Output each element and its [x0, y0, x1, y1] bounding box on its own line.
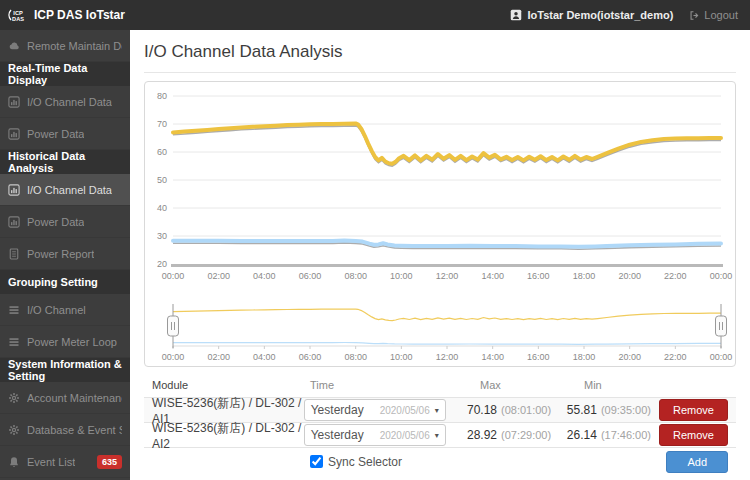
sync-selector-checkbox[interactable] — [310, 455, 323, 468]
caret-down-icon: ▾ — [435, 406, 439, 415]
sidebar-item-i-o-channel-data[interactable]: I/O Channel Data — [0, 86, 130, 118]
chart-panel: 2030405060708000:0002:0004:0006:0008:001… — [144, 81, 736, 367]
navigator-left-handle[interactable] — [168, 304, 179, 348]
logout-button[interactable]: Logout — [689, 9, 738, 21]
max-value: 28.92 — [467, 428, 497, 442]
y-axis-tick-label: 70 — [157, 119, 167, 129]
navigator-tick-label: 10:00 — [390, 352, 413, 362]
y-axis-tick-label: 40 — [157, 203, 167, 213]
table-footer-row: Sync Selector Add — [144, 447, 736, 475]
min-cell: 55.81(09:35:00) — [567, 403, 659, 417]
max-time: (08:01:00) — [501, 404, 551, 416]
sidebar-item-power-report[interactable]: Power Report — [0, 238, 130, 270]
x-axis-tick-label: 12:00 — [436, 271, 459, 281]
navigator-tick-label: 14:00 — [481, 352, 504, 362]
sidebar-item-power-meter-loop[interactable]: Power Meter Loop — [0, 326, 130, 358]
sidebar-item-remote-maintain-devices[interactable]: Remote Maintain Devices — [0, 30, 130, 62]
sidebar-item-label: I/O Channel Data — [27, 184, 112, 196]
max-time: (07:29:00) — [501, 429, 551, 441]
sidebar-item-account-maintenance[interactable]: Account Maintenance — [0, 382, 130, 414]
navigator-tick-label: 04:00 — [253, 352, 276, 362]
time-range-date: 2020/05/06 — [380, 430, 430, 441]
remove-button[interactable]: Remove — [659, 424, 728, 446]
min-value: 26.14 — [567, 428, 597, 442]
sidebar-item-label: Power Report — [27, 248, 94, 260]
y-axis-tick-label: 30 — [157, 231, 167, 241]
navigator-tick-label: 08:00 — [344, 352, 367, 362]
brand: ICP DAS ICP DAS IoTstar — [8, 5, 125, 25]
sidebar-section-grouping-setting: Grouping Setting — [0, 270, 130, 294]
y-axis-tick-label: 80 — [157, 91, 167, 101]
cloud-icon — [8, 40, 20, 52]
sidebar-item-label: Power Data — [27, 128, 84, 140]
title-divider — [144, 72, 736, 73]
chart-icon — [8, 96, 20, 108]
logout-label: Logout — [704, 9, 738, 21]
navigator-right-handle[interactable] — [716, 304, 727, 348]
navigator-tick-label: 02:00 — [207, 352, 230, 362]
max-cell: 28.92(07:29:00) — [467, 428, 567, 442]
brand-title: ICP DAS IoTstar — [34, 8, 125, 22]
navigator-tick-label: 06:00 — [299, 352, 322, 362]
main-content: I/O Channel Data Analysis 20304050607080… — [130, 30, 750, 480]
time-range-value: Yesterday — [311, 403, 364, 417]
time-range-select[interactable]: Yesterday2020/05/06▾ — [304, 424, 446, 446]
max-cell: 70.18(08:01:00) — [467, 403, 567, 417]
navigator-tick-label: 22:00 — [664, 352, 687, 362]
main-chart: 2030405060708000:0002:0004:0006:0008:001… — [145, 84, 735, 300]
x-axis-tick-label: 02:00 — [207, 271, 230, 281]
module-cell: WISE-5236(新店) / DL-302 / AI2 — [152, 420, 304, 451]
svg-text:DAS: DAS — [12, 16, 24, 22]
sync-selector: Sync Selector — [310, 455, 402, 469]
min-cell: 26.14(17:46:00) — [567, 428, 659, 442]
user-icon — [510, 9, 522, 21]
caret-down-icon: ▾ — [435, 431, 439, 440]
sidebar-item-event-list[interactable]: Event List635 — [0, 446, 130, 478]
table-row: WISE-5236(新店) / DL-302 / AI2Yesterday202… — [144, 422, 736, 447]
chart-navigator[interactable]: 00:0002:0004:0006:0008:0010:0012:0014:00… — [145, 300, 735, 366]
sidebar-item-label: Power Data — [27, 216, 84, 228]
time-range-value: Yesterday — [311, 428, 364, 442]
x-axis-tick-label: 04:00 — [253, 271, 276, 281]
header-time: Time — [310, 379, 480, 391]
sidebar-item-i-o-channel-data[interactable]: I/O Channel Data — [0, 174, 130, 206]
sidebar-item-label: Power Meter Loop — [27, 336, 117, 348]
sidebar-item-power-data[interactable]: Power Data — [0, 118, 130, 150]
gear-icon — [8, 392, 20, 404]
list-icon — [8, 304, 20, 316]
time-range-select[interactable]: Yesterday2020/05/06▾ — [304, 399, 446, 421]
user-name: IoTstar Demo(iotstar_demo) — [527, 9, 673, 21]
min-time: (17:46:00) — [601, 429, 651, 441]
y-axis-tick-label: 60 — [157, 147, 167, 157]
sidebar-item-power-data[interactable]: Power Data — [0, 206, 130, 238]
y-axis-tick-label: 20 — [157, 259, 167, 269]
icpdas-logo-icon: ICP DAS — [8, 5, 28, 25]
min-value: 55.81 — [567, 403, 597, 417]
header-min: Min — [584, 379, 680, 391]
x-axis-tick-label: 20:00 — [618, 271, 641, 281]
remove-button[interactable]: Remove — [659, 399, 728, 421]
top-bar: ICP DAS ICP DAS IoTstar IoTstar Demo(iot… — [0, 0, 750, 30]
channel-table: Module Time Max Min WISE-5236(新店) / DL-3… — [144, 377, 736, 475]
navigator-tick-label: 00:00 — [162, 352, 185, 362]
navigator-tick-label: 00:00 — [710, 352, 733, 362]
max-value: 70.18 — [467, 403, 497, 417]
y-axis-tick-label: 50 — [157, 175, 167, 185]
sidebar-item-label: Remote Maintain Devices — [27, 40, 122, 52]
sidebar-item-label: Account Maintenance — [27, 392, 122, 404]
time-range-date: 2020/05/06 — [380, 405, 430, 416]
x-axis-tick-label: 10:00 — [390, 271, 413, 281]
sidebar-section-system-information-setting: System Information & Setting — [0, 358, 130, 382]
x-axis-tick-label: 18:00 — [573, 271, 596, 281]
event-count-badge: 635 — [97, 455, 122, 469]
sidebar-item-label: Database & Event Setting — [27, 424, 122, 436]
header-max: Max — [480, 379, 584, 391]
x-axis-tick-label: 00:00 — [162, 271, 185, 281]
table-row: WISE-5236(新店) / DL-302 / AI1Yesterday202… — [144, 397, 736, 422]
sidebar-item-i-o-channel[interactable]: I/O Channel — [0, 294, 130, 326]
sidebar-item-database-event-setting[interactable]: Database & Event Setting — [0, 414, 130, 446]
logout-icon — [689, 10, 700, 21]
add-button[interactable]: Add — [666, 451, 728, 473]
user-menu[interactable]: IoTstar Demo(iotstar_demo) — [510, 9, 673, 21]
x-axis-tick-label: 00:00 — [710, 271, 733, 281]
